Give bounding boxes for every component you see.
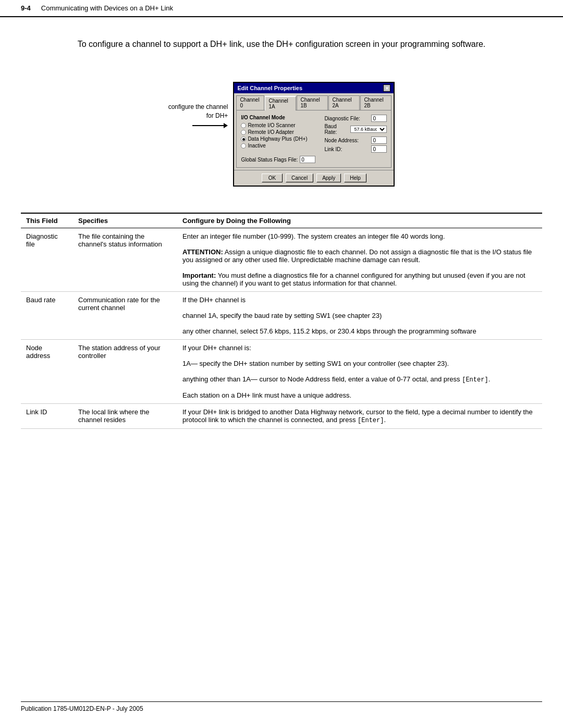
diagram-label-text: configure the channel for DH+	[168, 103, 228, 120]
radio-circle-scanner	[241, 123, 246, 128]
field-specifies: The local link where the channel resides	[73, 404, 177, 429]
field-configure: Enter an integer file number (10-999). T…	[177, 228, 542, 292]
col-header-specifies: Specifies	[73, 213, 177, 228]
tab-channel1b[interactable]: Channel 1B	[297, 95, 328, 110]
field-configure: If your DH+ link is bridged to another D…	[177, 404, 542, 429]
dialog-box: Edit Channel Properties × Channel 0 Chan…	[233, 82, 395, 187]
cancel-button[interactable]: Cancel	[286, 174, 313, 182]
apply-button[interactable]: Apply	[316, 174, 341, 182]
radio-label-scanner: Remote I/O Scanner	[248, 122, 295, 128]
baud-rate-row: Baud Rate: 57.6 kBaud 115.2 kBaud 230.4 …	[324, 124, 387, 135]
baud-rate-select[interactable]: 57.6 kBaud 115.2 kBaud 230.4 kBaud	[350, 126, 387, 133]
field-name: Diagnostic file	[21, 228, 73, 292]
link-id-row: Link ID:	[324, 145, 387, 153]
tab-channel1a[interactable]: Channel 1A	[265, 96, 296, 110]
radio-inactive[interactable]: Inactive	[241, 143, 307, 149]
table-row: Diagnostic file The file containing the …	[21, 228, 542, 292]
field-name: Baud rate	[21, 292, 73, 340]
global-status-row: Global Status Flags File:	[241, 156, 387, 163]
radio-options: Remote I/O Scanner Remote I/O Adapter Da…	[241, 122, 307, 149]
page-title: Communicating with Devices on a DH+ Link	[41, 4, 173, 12]
arrowhead	[224, 123, 228, 128]
table-row: Link ID The local link where the channel…	[21, 404, 542, 429]
dialog-tabs: Channel 0 Channel 1A Channel 1B Channel …	[234, 93, 394, 110]
tab-channel2a[interactable]: Channel 2A	[328, 95, 360, 110]
radio-circle-dhplus	[241, 137, 246, 142]
diagram-label: configure the channel for DH+	[168, 82, 228, 128]
ok-button[interactable]: OK	[262, 174, 283, 182]
dialog-close-button[interactable]: ×	[383, 84, 390, 92]
dialog-left-col: I/O Channel Mode Remote I/O Scanner Remo…	[241, 115, 321, 154]
radio-label-dhplus: Data Highway Plus (DH+)	[248, 136, 307, 142]
dialog-title: Edit Channel Properties	[237, 85, 302, 91]
radio-remote-io-adapter[interactable]: Remote I/O Adapter	[241, 129, 307, 135]
col-header-configure: Configure by Doing the Following	[177, 213, 542, 228]
dialog-title-bar: Edit Channel Properties ×	[234, 83, 394, 93]
radio-remote-io-scanner[interactable]: Remote I/O Scanner	[241, 122, 307, 128]
help-button[interactable]: Help	[344, 174, 366, 182]
node-address-label: Node Address:	[324, 138, 359, 143]
baud-rate-label: Baud Rate:	[324, 124, 350, 135]
global-status-input[interactable]	[300, 156, 315, 163]
radio-dh-plus[interactable]: Data Highway Plus (DH+)	[241, 136, 307, 142]
link-id-label: Link ID:	[324, 146, 342, 152]
intro-section: To configure a channel to support a DH+ …	[0, 17, 563, 77]
dialog-buttons: OK Cancel Apply Help	[234, 170, 394, 186]
dialog-columns: I/O Channel Mode Remote I/O Scanner Remo…	[241, 115, 387, 154]
field-name: Node address	[21, 340, 73, 404]
field-configure: If the DH+ channel is channel 1A, specif…	[177, 292, 542, 340]
radio-group: Remote I/O Scanner Remote I/O Adapter Da…	[241, 122, 321, 149]
page-number: 9-4	[21, 4, 31, 12]
config-table: This Field Specifies Configure by Doing …	[21, 213, 542, 429]
diagnostic-file-label: Diagnostic File:	[324, 116, 360, 121]
radio-label-adapter: Remote I/O Adapter	[248, 129, 293, 135]
col-header-field: This Field	[21, 213, 73, 228]
global-status-label: Global Status Flags File:	[241, 157, 298, 163]
field-specifies: The station address of your controller	[73, 340, 177, 404]
intro-text: To configure a channel to support a DH+ …	[52, 38, 511, 51]
page-header: 9-4 Communicating with Devices on a DH+ …	[0, 0, 563, 17]
tab-channel2b[interactable]: Channel 2B	[360, 95, 391, 110]
diagram-area: configure the channel for DH+ Edit Chann…	[0, 77, 563, 207]
io-channel-mode-label: I/O Channel Mode	[241, 115, 321, 120]
dialog-right-col: Diagnostic File: Baud Rate: 57.6 kBaud 1…	[324, 115, 387, 154]
radio-circle-inactive	[241, 143, 246, 149]
radio-label-inactive: Inactive	[248, 143, 265, 149]
table-row: Baud rate Communication rate for the cur…	[21, 292, 542, 340]
table-row: Node address The station address of your…	[21, 340, 542, 404]
arrow-shaft	[192, 125, 224, 126]
tab-channel0[interactable]: Channel 0	[236, 95, 264, 110]
node-address-input[interactable]	[371, 137, 387, 144]
link-id-input[interactable]	[371, 145, 387, 153]
radio-circle-adapter	[241, 130, 246, 135]
field-specifies: The file containing the channel's status…	[73, 228, 177, 292]
arrow-line	[192, 123, 228, 128]
publication-info: Publication 1785-UM012D-EN-P - July 2005	[21, 705, 143, 712]
dialog-content: I/O Channel Mode Remote I/O Scanner Remo…	[236, 110, 391, 168]
diagnostic-file-input[interactable]	[371, 115, 387, 122]
field-configure: If your DH+ channel is: 1A— specify the …	[177, 340, 542, 404]
field-name: Link ID	[21, 404, 73, 429]
diagnostic-file-row: Diagnostic File:	[324, 115, 387, 122]
node-address-row: Node Address:	[324, 137, 387, 144]
table-section: This Field Specifies Configure by Doing …	[0, 207, 563, 450]
field-specifies: Communication rate for the current chann…	[73, 292, 177, 340]
page-footer: Publication 1785-UM012D-EN-P - July 2005	[21, 701, 542, 712]
